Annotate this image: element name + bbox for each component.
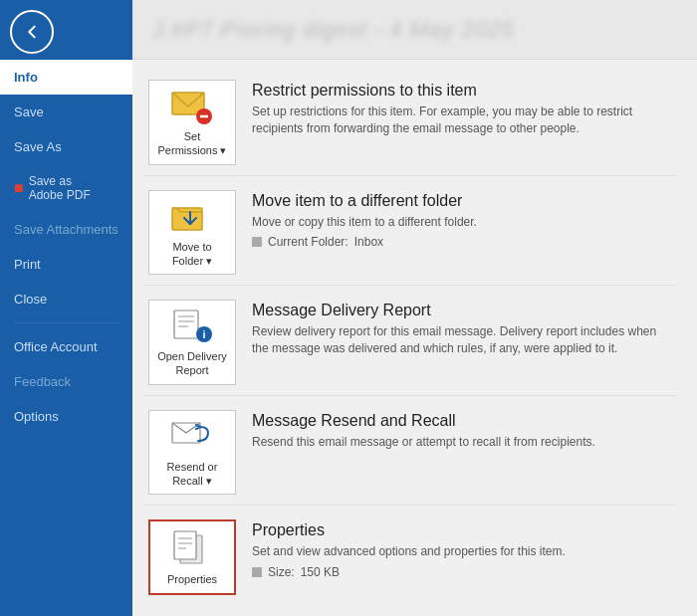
delivery-report-desc: Review delivery report for this email me… — [252, 323, 671, 357]
action-row-resend-recall: Resend orRecall ▾ Message Resend and Rec… — [142, 400, 677, 507]
sidebar-item-save[interactable]: Save — [0, 95, 132, 129]
current-folder-label: Current Folder: — [268, 235, 348, 249]
set-permissions-button[interactable]: Set Permissions ▾ — [148, 80, 236, 165]
resend-recall-desc: Resend this email message or attempt to … — [252, 434, 671, 451]
open-delivery-report-button[interactable]: i Open DeliveryReport — [148, 300, 236, 385]
properties-icon — [170, 529, 214, 567]
sub-square-icon — [252, 237, 262, 247]
resend-recall-icon — [170, 419, 214, 455]
size-value: 150 KB — [301, 565, 340, 579]
email-header: J.#P7 Pio­ring digest - 4 May 2025 — [132, 0, 697, 60]
svg-rect-5 — [174, 310, 198, 338]
properties-sub: Size: 150 KB — [252, 565, 671, 579]
action-row-properties: Properties Properties Set and view advan… — [142, 510, 677, 604]
sidebar-item-save-attachments: Save Attachments — [0, 212, 132, 247]
sub-square-icon-2 — [252, 567, 262, 577]
set-permissions-text: Restrict permissions to this item Set up… — [252, 80, 671, 137]
resend-recall-button[interactable]: Resend orRecall ▾ — [148, 410, 236, 496]
divider-1 — [14, 322, 118, 323]
move-to-folder-sub: Current Folder: Inbox — [252, 235, 671, 249]
size-label: Size: — [268, 565, 295, 579]
info-content: Set Permissions ▾ Restrict permissions t… — [132, 60, 697, 616]
svg-text:i: i — [202, 328, 205, 340]
delivery-report-title: Message Delivery Report — [252, 302, 671, 319]
properties-desc: Set and view advanced options and proper… — [252, 543, 671, 560]
move-to-folder-text: Move item to a different folder Move or … — [252, 190, 671, 250]
move-to-folder-button[interactable]: Move toFolder ▾ — [148, 190, 236, 276]
sidebar: Info Save Save As ■ Save asAdobe PDF Sav… — [0, 0, 132, 616]
sidebar-item-save-as[interactable]: Save As — [0, 129, 132, 164]
svg-rect-13 — [174, 531, 196, 559]
move-to-folder-label: Move toFolder ▾ — [172, 240, 212, 269]
sidebar-item-feedback: Feedback — [0, 364, 132, 399]
set-permissions-title: Restrict permissions to this item — [252, 82, 671, 100]
resend-recall-label: Resend orRecall ▾ — [167, 460, 218, 489]
properties-label: Properties — [167, 572, 217, 586]
sidebar-item-save-pdf[interactable]: ■ Save asAdobe PDF — [0, 164, 132, 212]
properties-button[interactable]: Properties — [148, 519, 236, 594]
move-to-folder-icon — [170, 199, 214, 235]
properties-title: Properties — [252, 521, 671, 539]
move-to-folder-title: Move item to a different folder — [252, 192, 671, 210]
sidebar-item-close[interactable]: Close — [0, 282, 132, 316]
pdf-icon: ■ — [14, 179, 24, 197]
properties-text: Properties Set and view advanced options… — [252, 519, 671, 579]
sidebar-item-info[interactable]: Info — [0, 60, 132, 95]
action-row-move-to-folder: Move toFolder ▾ Move item to a different… — [142, 180, 677, 287]
set-permissions-desc: Set up restrictions for this item. For e… — [252, 103, 671, 137]
set-permissions-label: Set Permissions ▾ — [153, 129, 231, 158]
delivery-report-text: Message Delivery Report Review delivery … — [252, 300, 671, 357]
email-subject: J.#P7 Pio­ring digest - 4 May 2025 — [152, 17, 514, 43]
delivery-report-label: Open DeliveryReport — [157, 349, 227, 378]
sidebar-item-print[interactable]: Print — [0, 247, 132, 282]
info-section: Set Permissions ▾ Restrict permissions t… — [142, 70, 677, 605]
sidebar-item-office-account[interactable]: Office Account — [0, 329, 132, 364]
main-content: J.#P7 Pio­ring digest - 4 May 2025 Set P… — [132, 0, 697, 616]
delivery-report-icon: i — [170, 308, 214, 344]
resend-recall-title: Message Resend and Recall — [252, 412, 671, 430]
current-folder-value: Inbox — [354, 235, 383, 249]
back-button[interactable] — [10, 10, 54, 54]
set-permissions-icon — [170, 89, 214, 124]
resend-recall-text: Message Resend and Recall Resend this em… — [252, 410, 671, 451]
move-to-folder-desc: Move or copy this item to a different fo… — [252, 214, 671, 231]
action-row-set-permissions: Set Permissions ▾ Restrict permissions t… — [142, 70, 677, 176]
sidebar-item-options[interactable]: Options — [0, 399, 132, 434]
action-row-delivery-report: i Open DeliveryReport Message Delivery R… — [142, 290, 677, 396]
